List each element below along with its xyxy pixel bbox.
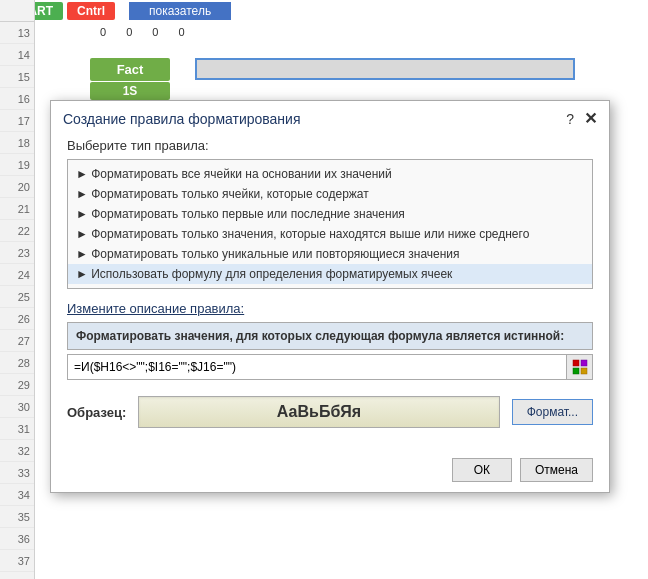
row-num-22: 22 [0, 220, 34, 242]
row-num-33: 33 [0, 462, 34, 484]
dialog-footer: ОК Отмена [51, 458, 609, 492]
ok-button[interactable]: ОК [452, 458, 512, 482]
rule-type-item-1[interactable]: ► Форматировать все ячейки на основании … [68, 164, 592, 184]
formatting-rule-dialog: Создание правила форматирования ? ✕ Выбе… [50, 100, 610, 493]
row-num-26: 26 [0, 308, 34, 330]
cntrl-button[interactable]: Cntrl [67, 2, 115, 20]
svg-rect-1 [581, 360, 587, 366]
fact-button[interactable]: Fact [90, 58, 170, 81]
svg-rect-2 [573, 368, 579, 374]
row-num-25: 25 [0, 286, 34, 308]
row-num-36: 36 [0, 528, 34, 550]
dialog-close-button[interactable]: ✕ [584, 109, 597, 128]
row-num-18: 18 [0, 132, 34, 154]
row-num-19: 19 [0, 154, 34, 176]
svg-rect-0 [573, 360, 579, 366]
rule-type-item-5[interactable]: ► Форматировать только уникальные или по… [68, 244, 592, 264]
dialog-body: Выберите тип правила: ► Форматировать вс… [51, 132, 609, 458]
row-num-17: 17 [0, 110, 34, 132]
svg-rect-3 [581, 368, 587, 374]
rule-type-item-4[interactable]: ► Форматировать только значения, которые… [68, 224, 592, 244]
row-num-32: 32 [0, 440, 34, 462]
row-num-37: 37 [0, 550, 34, 572]
row-num-31: 31 [0, 418, 34, 440]
dialog-title-actions: ? ✕ [566, 109, 597, 128]
formula-input[interactable]: =И($H16<>"";$I16="";$J16="") [68, 355, 566, 379]
rule-type-item-3[interactable]: ► Форматировать только первые или послед… [68, 204, 592, 224]
rule-type-item-6[interactable]: ► Использовать формулу для определения ф… [68, 264, 592, 284]
row-num-16: 16 [0, 88, 34, 110]
rule-type-list: ► Форматировать все ячейки на основании … [67, 159, 593, 289]
dialog-title: Создание правила форматирования [63, 111, 301, 127]
indicator-header: показатель [129, 2, 231, 20]
row-num-13: 13 [0, 22, 34, 44]
preview-sample: АаВьБбЯя [138, 396, 499, 428]
preview-label: Образец: [67, 405, 126, 420]
preview-row: Образец: АаВьБбЯя Формат... [67, 390, 593, 434]
row-num-27: 27 [0, 330, 34, 352]
change-desc-label: Измените описание правила: [67, 301, 593, 316]
formula-row: =И($H16<>"";$I16="";$J16="") [67, 354, 593, 380]
toolbar: START Cntrl показатель [0, 0, 648, 22]
row-num-23: 23 [0, 242, 34, 264]
row-num-28: 28 [0, 352, 34, 374]
formula-selector-icon[interactable] [566, 355, 592, 379]
dialog-titlebar: Создание правила форматирования ? ✕ [51, 101, 609, 132]
row-num-35: 35 [0, 506, 34, 528]
rule-type-item-2[interactable]: ► Форматировать только ячейки, которые с… [68, 184, 592, 204]
row-num-20: 20 [0, 176, 34, 198]
cancel-button[interactable]: Отмена [520, 458, 593, 482]
1s-button[interactable]: 1S [90, 82, 170, 100]
format-button[interactable]: Формат... [512, 399, 593, 425]
row-num-24: 24 [0, 264, 34, 286]
row-numbers-column: 13 14 15 16 17 18 19 20 21 22 23 24 25 2… [0, 0, 35, 579]
row-num-15: 15 [0, 66, 34, 88]
row-num-21: 21 [0, 198, 34, 220]
dots-row: 0 0 0 0 [100, 26, 185, 38]
dialog-help-button[interactable]: ? [566, 111, 574, 127]
rule-type-section-label: Выберите тип правила: [67, 138, 593, 153]
formula-box-label: Форматировать значения, для которых след… [67, 322, 593, 350]
selected-cell-row16[interactable] [195, 58, 575, 80]
row-num-14: 14 [0, 44, 34, 66]
row-num-29: 29 [0, 374, 34, 396]
row-num-34: 34 [0, 484, 34, 506]
row-num-30: 30 [0, 396, 34, 418]
